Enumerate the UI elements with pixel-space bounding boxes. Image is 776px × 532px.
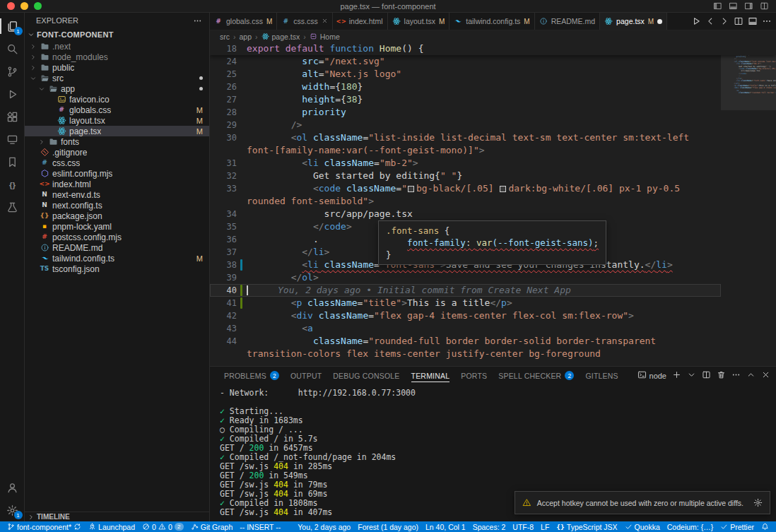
code-line-39[interactable]: 39 </ol>	[210, 271, 721, 284]
line-number[interactable]: 32	[210, 170, 247, 182]
navigate-back-icon[interactable]	[705, 16, 715, 26]
line-number[interactable]: 30	[210, 131, 247, 157]
line-number[interactable]: 43	[210, 322, 247, 335]
tree-item-public[interactable]: public	[25, 62, 209, 73]
zoom-window-button[interactable]	[34, 2, 42, 10]
line-number[interactable]: 42	[210, 309, 247, 322]
minimize-window-button[interactable]	[20, 2, 28, 10]
tree-item-readme-md[interactable]: README.md	[25, 242, 209, 253]
tab-globals-css[interactable]: #globals.cssM	[210, 13, 277, 30]
code-line-42[interactable]: 42 <div className="flex gap-4 items-cent…	[210, 309, 721, 322]
activity-search[interactable]	[0, 37, 25, 60]
code-line-24[interactable]: 24 src="/next.svg"	[210, 55, 721, 68]
toggle-panel-icon[interactable]	[729, 1, 738, 11]
panel-tab-output[interactable]: OUTPUT	[285, 367, 327, 384]
tab-tailwind-config-ts[interactable]: tailwind.config.tsM	[449, 13, 534, 30]
activity-testing[interactable]	[0, 196, 25, 218]
split-terminal[interactable]	[702, 370, 711, 381]
status-launchpad[interactable]: Launchpad	[85, 521, 139, 532]
activity-run-and-debug[interactable]	[0, 83, 25, 105]
tree-item-package-json[interactable]: {}package.json	[25, 211, 209, 221]
status-codeium[interactable]: Codeium: {…}	[664, 521, 717, 532]
tree-item-src[interactable]: src	[25, 73, 209, 83]
tab-css-css[interactable]: #css.css	[277, 13, 332, 30]
code-line-26[interactable]: 26 width={180}	[210, 81, 721, 93]
line-number[interactable]: 41	[210, 297, 247, 309]
close-panel[interactable]	[761, 370, 770, 381]
tree-item-gitignore[interactable]: .gitignore	[25, 147, 209, 158]
terminal-profile-dropdown[interactable]	[687, 370, 696, 381]
tree-item-node-modules[interactable]: node_modules	[25, 52, 209, 62]
code-line-27[interactable]: 27 height={38}	[210, 93, 721, 106]
tree-item-next-config-ts[interactable]: Nnext.config.ts	[25, 200, 209, 211]
line-number[interactable]: 31	[210, 157, 247, 170]
line-number[interactable]: 37	[210, 246, 247, 259]
line-number[interactable]: 34	[210, 208, 247, 220]
breadcrumb-item-home[interactable]: Home	[310, 32, 340, 41]
run-file-icon[interactable]	[691, 16, 701, 26]
line-number[interactable]: 27	[210, 93, 247, 106]
explorer-more-actions-icon[interactable]	[193, 16, 202, 25]
status-problems[interactable]: 002	[139, 521, 187, 532]
activity-remote-explorer[interactable]	[0, 128, 25, 150]
tab-page-tsx[interactable]: page.tsxM	[600, 13, 667, 30]
terminal-profile[interactable]: node	[637, 370, 666, 381]
tree-item-favicon-ico[interactable]: favicon.ico	[25, 94, 209, 105]
activity-bookmarks[interactable]	[0, 150, 25, 173]
toggle-secondary-sidebar-icon[interactable]	[744, 1, 753, 11]
tree-item-eslint-config-mjs[interactable]: eslint.config.mjs	[25, 168, 209, 179]
split-editor-icon[interactable]	[734, 16, 743, 26]
line-number[interactable]: 26	[210, 81, 247, 93]
breadcrumb-item-page-tsx[interactable]: page.tsx	[261, 32, 300, 41]
tree-item-page-tsx[interactable]: page.tsxM	[25, 126, 209, 136]
panel-tab-debug-console[interactable]: DEBUG CONSOLE	[327, 367, 405, 384]
more-editor-actions-icon[interactable]	[762, 16, 772, 26]
line-number[interactable]: 29	[210, 119, 247, 131]
tree-item-postcss-config-mjs[interactable]: #postcss.config.mjs	[25, 232, 209, 242]
line-number[interactable]: 28	[210, 106, 247, 119]
code-line-32[interactable]: 32 Get started by editing{" "}	[210, 170, 721, 182]
activity-accounts[interactable]	[0, 476, 25, 499]
activity-settings[interactable]: 1	[0, 499, 25, 521]
line-number[interactable]: 38	[210, 259, 247, 271]
status-git-graph[interactable]: Git Graph	[187, 521, 237, 532]
line-number[interactable]: 33	[210, 182, 247, 208]
tree-item-fonts[interactable]: fonts	[25, 136, 209, 147]
panel-tab-ports[interactable]: PORTS	[455, 367, 493, 384]
more-terminal-actions[interactable]	[731, 370, 741, 381]
navigate-forward-icon[interactable]	[719, 16, 729, 26]
status-branch[interactable]: font-component*	[4, 521, 85, 532]
breadcrumb-item-app[interactable]: app	[240, 32, 252, 41]
project-root[interactable]: FONT-COMPONENT	[25, 28, 209, 41]
tree-item-next[interactable]: .next	[25, 41, 209, 52]
line-number[interactable]: 39	[210, 271, 247, 284]
breadcrumb-item-src[interactable]: src	[220, 32, 230, 41]
timeline-section[interactable]: TIMELINE	[25, 512, 209, 521]
new-terminal[interactable]	[672, 370, 681, 381]
line-number[interactable]: 24	[210, 55, 247, 68]
activity-extensions[interactable]	[0, 105, 25, 128]
toggle-panel-layout-icon[interactable]	[748, 16, 758, 26]
status-language[interactable]: {}TypeScript JSX	[553, 521, 621, 532]
code-line-31[interactable]: 31 <li className="mb-2">	[210, 157, 721, 170]
code-area[interactable]: 24 src="/next.svg"25 alt="Next.js logo"2…	[210, 55, 721, 360]
code-line-33[interactable]: 33 <code className="bg-black/[.05] dark:…	[210, 182, 721, 208]
tab-index-html[interactable]: <>index.html	[333, 13, 388, 30]
code-line-28[interactable]: 28 priority	[210, 106, 721, 119]
code-line-25[interactable]: 25 alt="Next.js logo"	[210, 68, 721, 81]
status-indentation[interactable]: Spaces: 2	[469, 521, 510, 532]
code-line-44[interactable]: 44 className="rounded-full border border…	[210, 335, 721, 360]
maximize-panel[interactable]	[746, 370, 756, 381]
tree-item-layout-tsx[interactable]: layout.tsxM	[25, 115, 209, 126]
close-window-button[interactable]	[7, 2, 15, 10]
line-number[interactable]: 25	[210, 68, 247, 81]
status-encoding[interactable]: UTF-8	[509, 521, 537, 532]
status-blame[interactable]: You, 2 days ago	[294, 521, 354, 532]
tab-readme-md[interactable]: README.md	[535, 13, 600, 30]
sticky-line[interactable]: 18export default function Home() {	[210, 42, 776, 55]
status-notifications[interactable]	[758, 521, 772, 532]
tree-item-index-html[interactable]: <>index.html	[25, 179, 209, 189]
status-cursor-position[interactable]: Ln 40, Col 1	[422, 521, 469, 532]
line-number[interactable]: 36	[210, 233, 247, 246]
activity-explorer[interactable]: 1	[0, 15, 25, 37]
